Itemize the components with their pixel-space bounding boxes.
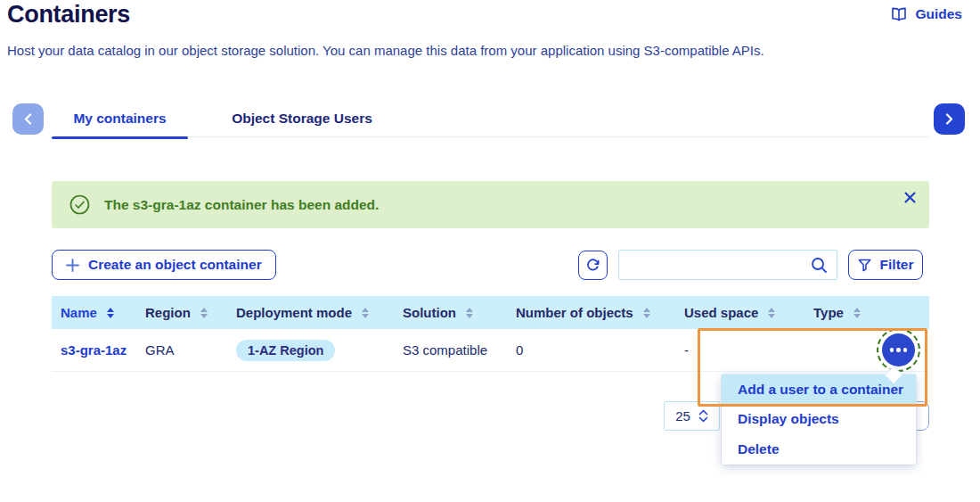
chevron-left-icon bbox=[24, 113, 32, 125]
column-header-number-of-objects[interactable]: Number of objects bbox=[507, 305, 675, 320]
sort-icon bbox=[362, 308, 369, 318]
sort-icon bbox=[853, 308, 861, 318]
column-header-deployment-mode[interactable]: Deployment mode bbox=[227, 305, 394, 320]
column-header-name[interactable]: Name bbox=[52, 305, 136, 320]
tabs-scroll-right-button[interactable] bbox=[934, 103, 965, 135]
create-container-button[interactable]: Create an object container bbox=[52, 250, 276, 280]
filter-funnel-icon bbox=[858, 259, 871, 272]
region-cell: GRA bbox=[136, 342, 227, 358]
table-row: s3-gra-1az GRA 1-AZ Region S3 compatible… bbox=[52, 329, 929, 372]
tabs-scroll-left-button[interactable] bbox=[12, 103, 44, 135]
check-circle-icon bbox=[69, 194, 90, 215]
success-banner: The s3-gra-1az container has been added. bbox=[52, 181, 929, 228]
page-subtitle: Host your data catalog in our object sto… bbox=[7, 43, 764, 58]
sort-icon bbox=[466, 308, 473, 318]
column-header-used-space[interactable]: Used space bbox=[675, 305, 804, 320]
solution-cell: S3 compatible bbox=[394, 342, 507, 358]
row-actions-button[interactable] bbox=[882, 333, 915, 366]
banner-message: The s3-gra-1az container has been added. bbox=[104, 197, 379, 213]
search-icon[interactable] bbox=[811, 257, 828, 274]
page-size-select[interactable]: 25 bbox=[664, 401, 720, 431]
menu-item-display-objects[interactable]: Display objects bbox=[722, 405, 916, 435]
filter-label: Filter bbox=[880, 257, 914, 273]
column-header-solution[interactable]: Solution bbox=[394, 305, 507, 320]
tab-object-storage-users[interactable]: Object Storage Users bbox=[188, 100, 416, 137]
filter-button[interactable]: Filter bbox=[848, 250, 923, 280]
used-space-cell: - bbox=[675, 342, 804, 358]
deployment-mode-badge: 1-AZ Region bbox=[236, 340, 335, 361]
row-actions-menu: Add a user to a container Display object… bbox=[722, 374, 916, 465]
guides-link[interactable]: Guides bbox=[891, 6, 962, 22]
guides-label: Guides bbox=[915, 6, 962, 22]
ellipsis-icon bbox=[890, 348, 894, 352]
menu-item-delete[interactable]: Delete bbox=[722, 434, 916, 465]
plus-icon bbox=[66, 259, 79, 272]
sort-icon bbox=[107, 308, 114, 318]
search-input[interactable] bbox=[619, 251, 811, 279]
column-header-type[interactable]: Type bbox=[804, 305, 929, 320]
close-icon bbox=[904, 192, 916, 203]
search-box bbox=[618, 250, 837, 280]
select-chevrons-icon bbox=[698, 409, 708, 423]
containers-page: Containers Guides Host your data catalog… bbox=[0, 0, 980, 502]
number-of-objects-cell: 0 bbox=[507, 342, 675, 358]
page-title: Containers bbox=[7, 1, 130, 29]
menu-item-add-user[interactable]: Add a user to a container bbox=[722, 374, 916, 405]
refresh-icon bbox=[585, 258, 600, 273]
deployment-mode-cell: 1-AZ Region bbox=[227, 340, 394, 361]
banner-close-button[interactable] bbox=[902, 189, 918, 205]
book-icon bbox=[891, 7, 907, 21]
container-name-link[interactable]: s3-gra-1az bbox=[52, 342, 136, 358]
create-container-label: Create an object container bbox=[88, 257, 262, 273]
column-header-region[interactable]: Region bbox=[136, 305, 227, 320]
tab-my-containers[interactable]: My containers bbox=[52, 100, 188, 137]
sort-icon bbox=[200, 308, 208, 318]
page-size-value: 25 bbox=[675, 408, 690, 424]
sort-icon bbox=[643, 308, 650, 318]
table-header: Name Region Deployment mode Solution Num… bbox=[52, 296, 929, 329]
chevron-right-icon bbox=[945, 113, 953, 125]
refresh-button[interactable] bbox=[578, 251, 608, 280]
sort-icon bbox=[768, 308, 775, 318]
